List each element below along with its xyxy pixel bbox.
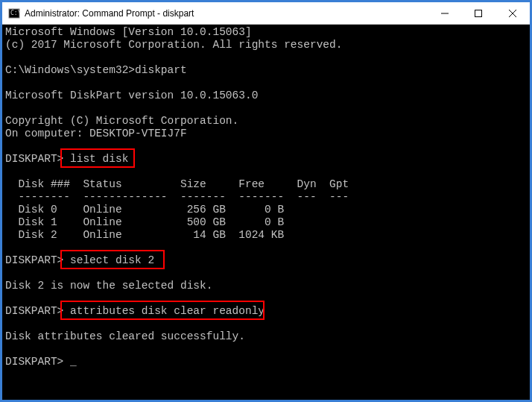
caret-cursor: _: [70, 356, 77, 368]
command-select-disk: select disk 2: [70, 254, 154, 266]
command-list-disk: list disk: [70, 153, 128, 165]
disk-row: Disk 1 Online 500 GB 0 B: [5, 216, 284, 228]
terminal-output[interactable]: Microsoft Windows [Version 10.0.15063] (…: [2, 25, 530, 400]
output-line: Disk 2 is now the selected disk.: [5, 280, 212, 292]
svg-text:C:\: C:\: [10, 10, 20, 16]
minimize-button[interactable]: [428, 2, 461, 24]
output-line: (c) 2017 Microsoft Corporation. All righ…: [5, 39, 342, 51]
diskpart-prompt: DISKPART>: [5, 153, 70, 165]
close-button[interactable]: [495, 2, 530, 24]
cmd-icon: C:\: [8, 7, 20, 19]
disk-table-divider: -------- ------------- ------- ------- -…: [5, 191, 349, 203]
titlebar[interactable]: C:\ Administrator: Command Prompt - disk…: [2, 2, 530, 25]
maximize-button[interactable]: [461, 2, 495, 24]
disk-row: Disk 2 Online 14 GB 1024 KB: [5, 229, 284, 241]
output-line: Copyright (C) Microsoft Corporation.: [5, 115, 238, 127]
output-line: C:\Windows\system32>diskpart: [5, 64, 187, 76]
svg-rect-3: [475, 10, 481, 16]
diskpart-prompt: DISKPART>: [5, 254, 70, 266]
diskpart-prompt: DISKPART>: [5, 356, 70, 368]
diskpart-prompt: DISKPART>: [5, 305, 70, 317]
disk-row: Disk 0 Online 256 GB 0 B: [5, 204, 284, 216]
command-prompt-window: C:\ Administrator: Command Prompt - disk…: [2, 2, 530, 400]
disk-table-header: Disk ### Status Size Free Dyn Gpt: [5, 178, 349, 190]
window-controls: [428, 2, 530, 24]
output-line: Microsoft Windows [Version 10.0.15063]: [5, 26, 252, 38]
output-line: On computer: DESKTOP-VTEIJ7F: [5, 128, 187, 139]
output-line: Microsoft DiskPart version 10.0.15063.0: [5, 89, 258, 101]
command-attributes: attributes disk clear readonly: [70, 305, 265, 317]
window-title: Administrator: Command Prompt - diskpart: [25, 8, 428, 19]
output-line: Disk attributes cleared successfully.: [5, 330, 245, 342]
